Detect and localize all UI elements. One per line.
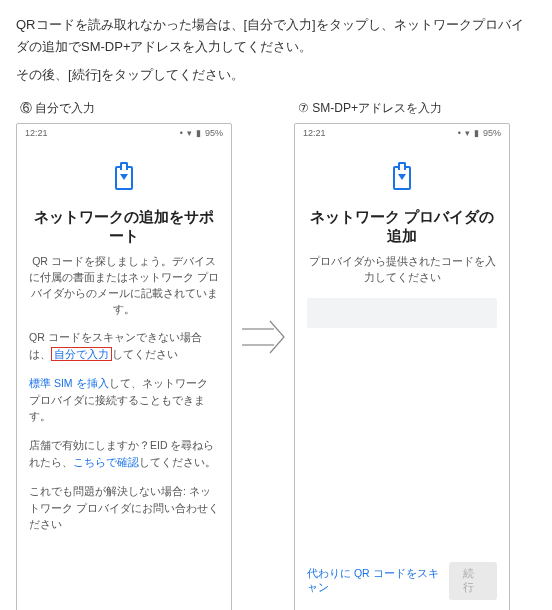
- right-caption: ⑦ SM-DP+アドレスを入力: [298, 100, 510, 117]
- left-caption: ⑥ 自分で入力: [20, 100, 232, 117]
- sim-icon: [115, 166, 133, 190]
- left-subtitle: QR コードを探しましょう。デバイスに付属の書面またはネットワーク プロバイダか…: [29, 254, 219, 317]
- left-p3: 店舗で有効にしますか？EID を尋ねられたら、こちらで確認してください。: [29, 437, 219, 471]
- left-title: ネットワークの追加をサポート: [29, 208, 219, 246]
- statusbar: 12:21 • ▾ ▮ 95%: [295, 124, 509, 140]
- right-title: ネットワーク プロバイダの追加: [307, 208, 497, 246]
- battery-icon: ▮: [196, 128, 201, 138]
- right-phone: 12:21 • ▾ ▮ 95% ネットワーク プロバイダの追加 プロバイダから提…: [294, 123, 510, 610]
- intro-line2: その後、[続行]をタップしてください。: [16, 64, 536, 86]
- right-subtitle: プロバイダから提供されたコードを入力してください: [307, 254, 497, 286]
- left-phone: 12:21 • ▾ ▮ 95% ネットワークの追加をサポート QR コードを探し…: [16, 123, 232, 610]
- sim-icon: [393, 166, 411, 190]
- battery-pct: 95%: [205, 128, 223, 138]
- intro-line1: QRコードを読み取れなかった場合は、[自分で入力]をタップし、ネットワークプロバ…: [16, 14, 536, 58]
- dot-icon: •: [458, 128, 461, 138]
- battery-pct: 95%: [483, 128, 501, 138]
- insert-sim-link[interactable]: 標準 SIM を挿入: [29, 377, 109, 389]
- left-p4: これでも問題が解決しない場合: ネットワーク プロバイダにお問い合わせください: [29, 483, 219, 533]
- wifi-icon: ▾: [187, 128, 192, 138]
- left-p1: QR コードをスキャンできない場合は、自分で入力してください: [29, 329, 219, 363]
- wifi-icon: ▾: [465, 128, 470, 138]
- battery-icon: ▮: [474, 128, 479, 138]
- right-content: ネットワーク プロバイダの追加 プロバイダから提供されたコードを入力してください: [295, 140, 509, 552]
- bottom-bar: 代わりに QR コードをスキャン 続行: [295, 552, 509, 610]
- smdp-input[interactable]: [307, 298, 497, 328]
- screenshots-row: ⑥ 自分で入力 12:21 • ▾ ▮ 95% ネットワークの追加をサポート Q…: [16, 100, 536, 610]
- intro-text: QRコードを読み取れなかった場合は、[自分で入力]をタップし、ネットワークプロバ…: [16, 14, 536, 86]
- check-eid-link[interactable]: こちらで確認: [73, 456, 139, 468]
- scan-qr-link[interactable]: 代わりに QR コードをスキャン: [307, 567, 449, 595]
- dot-icon: •: [180, 128, 183, 138]
- status-time: 12:21: [303, 128, 326, 138]
- right-column: ⑦ SM-DP+アドレスを入力 12:21 • ▾ ▮ 95% ネットワーク プ…: [294, 100, 510, 610]
- left-column: ⑥ 自分で入力 12:21 • ▾ ▮ 95% ネットワークの追加をサポート Q…: [16, 100, 232, 610]
- statusbar: 12:21 • ▾ ▮ 95%: [17, 124, 231, 140]
- status-time: 12:21: [25, 128, 48, 138]
- left-p2: 標準 SIM を挿入して、ネットワーク プロバイダに接続することもできます。: [29, 375, 219, 425]
- continue-button[interactable]: 続行: [449, 562, 497, 600]
- manual-entry-link[interactable]: 自分で入力: [51, 347, 112, 361]
- arrow-icon: [238, 317, 288, 357]
- left-content: ネットワークの追加をサポート QR コードを探しましょう。デバイスに付属の書面ま…: [17, 140, 231, 610]
